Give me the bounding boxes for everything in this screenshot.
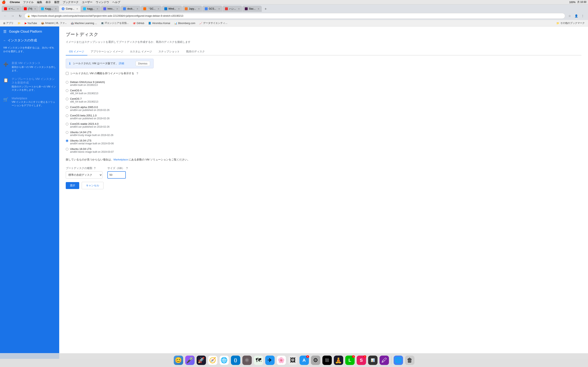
tab-os-image[interactable]: OS イメージ bbox=[66, 48, 87, 55]
bookmark-github[interactable]: 🐙 GitHub bbox=[131, 21, 146, 25]
menubar-help[interactable]: ヘルプ bbox=[112, 0, 120, 4]
tab-slack[interactable]: Slac... ✕ bbox=[242, 6, 262, 12]
tab-gcs[interactable]: GCS... ✕ bbox=[202, 6, 222, 12]
menubar-file[interactable]: ファイル bbox=[23, 0, 34, 4]
radio-coreos-stable-name: CoreOS stable 2023.4.0 bbox=[70, 122, 109, 125]
shield-checkbox[interactable] bbox=[66, 72, 69, 75]
bookmark-apps[interactable]: ⊞ アプリ bbox=[2, 21, 15, 25]
bookmark-youtube[interactable]: ▶ YouTube bbox=[23, 21, 39, 25]
tab-close-slack[interactable]: ✕ bbox=[258, 8, 259, 10]
tab-close-gcs[interactable]: ✕ bbox=[218, 8, 220, 10]
select-button[interactable]: 選択 bbox=[66, 182, 79, 184]
radio-centos6[interactable]: CentOS 6 x86_64 built on 20190213 bbox=[66, 88, 294, 96]
bookmark-ml[interactable]: 🤖 Machine Learning ... bbox=[69, 21, 99, 25]
bookmark-hk[interactable]: 📘 Hiromitsu Komai bbox=[147, 21, 172, 25]
radio-ubuntu1404-desc: amd64 trusty image built on 2019-02-26 bbox=[70, 134, 113, 137]
url-text: https://console.cloud.google.com/compute… bbox=[31, 15, 294, 17]
tab-favicon-kaggle2 bbox=[83, 7, 86, 10]
size-help-icon[interactable]: ? bbox=[126, 167, 128, 170]
tab-jup[interactable]: Jupy... ✕ bbox=[182, 6, 202, 12]
tab-win[interactable]: Wind... ✕ bbox=[162, 6, 182, 12]
cancel-button[interactable]: キャンセル bbox=[82, 182, 104, 184]
sidebar-back-section[interactable]: ← インスタンスの作成 bbox=[0, 37, 59, 44]
sidebar-back-text: インスタンスの作成 bbox=[8, 38, 37, 43]
tab-close-doc[interactable]: ✕ bbox=[137, 8, 138, 10]
beta-detail-link[interactable]: 詳細 bbox=[119, 62, 124, 65]
beta-notice-text: シールドされた VM はベータ版です。 詳細 bbox=[73, 62, 133, 65]
bookmark-it[interactable]: 💻 ITエンジニアを目指... bbox=[99, 21, 130, 25]
tab-han[interactable]: ハン... ✕ bbox=[223, 6, 242, 12]
tab-close-gcf[interactable]: ✕ bbox=[158, 8, 159, 10]
disk-type-help-icon[interactable]: ? bbox=[94, 167, 95, 170]
tab-close-intro[interactable]: ✕ bbox=[116, 8, 118, 10]
tab-kaggle2[interactable]: kagg... ✕ bbox=[81, 6, 101, 12]
new-tab-button[interactable]: + bbox=[263, 6, 268, 12]
tab-yt74[interactable]: (74) ✕ bbox=[21, 6, 38, 12]
sidebar-item-new-vm[interactable]: ➕ 新規 VM インスタンス 最初から単一の VM インスタンスを作します。 bbox=[0, 59, 59, 75]
disk-type-select[interactable]: 標準の永続ディスク bbox=[66, 171, 103, 179]
tab-close-kaggle2[interactable]: ✕ bbox=[96, 8, 98, 10]
url-bar[interactable]: 🔒 https://console.cloud.google.com/compu… bbox=[25, 13, 294, 19]
back-button[interactable]: ← bbox=[2, 13, 8, 19]
tab-app-image[interactable]: アプリケーション イメージ bbox=[87, 48, 127, 55]
tab-compute[interactable]: G Comp... ✕ bbox=[59, 6, 80, 12]
menubar-history[interactable]: 履歴 bbox=[54, 0, 60, 4]
tab-snapshot[interactable]: スナップショット bbox=[155, 48, 183, 55]
bookmark-ds[interactable]: 📈 データサイエンティ... bbox=[198, 21, 229, 25]
hamburger-icon[interactable]: ☰ bbox=[3, 29, 7, 34]
radio-coreos-alpha-input[interactable] bbox=[66, 106, 68, 109]
tab-doc[interactable]: dock... ✕ bbox=[121, 6, 140, 12]
youtube-icon: ▶ bbox=[25, 22, 26, 25]
radio-debian[interactable]: Debian GNU/Linux 9 (stretch) amd64 built… bbox=[66, 79, 294, 88]
sidebar-item-marketplace[interactable]: 🛒 Marketplace VM インスタンスにすぐに使えるソリューションをデプ… bbox=[0, 94, 59, 110]
tab-close-event[interactable]: ✕ bbox=[17, 8, 19, 10]
tab-close-han[interactable]: ✕ bbox=[238, 8, 240, 10]
tab-close-yt74[interactable]: ✕ bbox=[34, 8, 36, 10]
bookmark-amazon[interactable]: 📦 Amazon | 本, ファ... bbox=[39, 21, 68, 25]
tab-kaggle[interactable]: Kagg... ✕ bbox=[39, 6, 59, 12]
radio-coreos-alpha[interactable]: CoreOS alpha 2065.0.0 amd64-usr publishe… bbox=[66, 104, 294, 113]
tab-close-jup[interactable]: ✕ bbox=[198, 8, 200, 10]
bookmark-folder[interactable]: 📁 bbox=[16, 21, 22, 25]
radio-ubuntu-1404[interactable]: Ubuntu 14.04 LTS amd64 trusty image buil… bbox=[66, 129, 294, 138]
tab-custom-image[interactable]: カスタム イメージ bbox=[127, 48, 155, 55]
radio-ubuntu1404-input[interactable] bbox=[66, 131, 68, 134]
bookmark-bloomberg[interactable]: 📊 Bloomberg.com bbox=[173, 21, 197, 25]
menubar-chrome[interactable]: Chrome bbox=[10, 1, 20, 4]
radio-ubuntu1604-input[interactable] bbox=[66, 140, 68, 142]
forward-button[interactable]: → bbox=[10, 13, 16, 19]
radio-coreos-beta[interactable]: CoreOS beta 2051.1.0 amd64-usr published… bbox=[66, 113, 294, 121]
tab-close-kaggle[interactable]: ✕ bbox=[55, 8, 57, 10]
radio-coreos-stable[interactable]: CoreOS stable 2023.4.0 amd64-usr publish… bbox=[66, 121, 294, 129]
tab-close-win[interactable]: ✕ bbox=[178, 8, 180, 10]
radio-debian-input[interactable] bbox=[66, 81, 68, 83]
tab-existing-disk[interactable]: 既存のディスク bbox=[183, 48, 208, 55]
radio-ubuntu-1604[interactable]: Ubuntu 16.04 LTS amd64 xenial image buil… bbox=[66, 138, 294, 146]
bookmark-amazon-label: Amazon | 本, ファ... bbox=[45, 21, 67, 25]
size-group: サイズ（GB） ? bbox=[107, 166, 128, 179]
tab-event[interactable]: イベ... ✕ bbox=[2, 6, 21, 12]
beta-dismiss-button[interactable]: Dismiss bbox=[136, 61, 150, 66]
tab-close-compute[interactable]: ✕ bbox=[76, 8, 78, 10]
menubar-user[interactable]: ユーザー bbox=[82, 0, 93, 4]
radio-centos6-input[interactable] bbox=[66, 89, 68, 92]
tab-intro[interactable]: Intro... ✕ bbox=[101, 6, 121, 12]
menubar-edit[interactable]: 編集 bbox=[37, 0, 42, 4]
menubar-bookmarks[interactable]: ブックマーク bbox=[63, 0, 79, 4]
radio-centos7-input[interactable] bbox=[66, 98, 68, 100]
menubar-window[interactable]: ウィンドウ bbox=[96, 0, 109, 4]
tab-gcf[interactable]: 「GC... ✕ bbox=[141, 6, 162, 12]
shield-help-icon[interactable]: ? bbox=[137, 72, 138, 75]
menubar-view[interactable]: 表示 bbox=[45, 0, 51, 4]
size-input[interactable] bbox=[107, 171, 126, 179]
sidebar-item-template[interactable]: 📋 テンプレートから VM インスタンスを新規作成 既存のテンプレートから単一の… bbox=[0, 75, 59, 94]
reload-button[interactable]: ↻ bbox=[17, 13, 23, 19]
apple-menu[interactable]: 🍎 bbox=[2, 0, 6, 4]
radio-coreos-stable-input[interactable] bbox=[66, 123, 68, 125]
marketplace-link[interactable]: Marketplace bbox=[113, 158, 128, 161]
radio-centos7[interactable]: CentOS 7 x86_64 built on 20190213 bbox=[66, 96, 294, 104]
radio-ubuntu-1804[interactable]: Ubuntu 18.04 LTS amd64 bionic image buil… bbox=[66, 146, 294, 155]
radio-coreos-beta-input[interactable] bbox=[66, 114, 68, 117]
radio-ubuntu1804-input[interactable] bbox=[66, 148, 68, 150]
radio-coreos-alpha-desc: amd64-usr published on 2019-02-26 bbox=[70, 109, 109, 111]
